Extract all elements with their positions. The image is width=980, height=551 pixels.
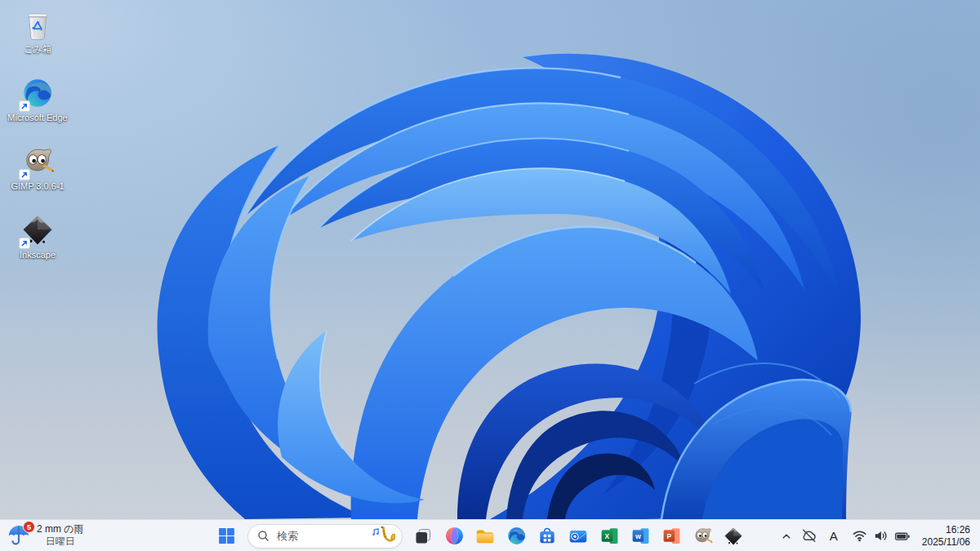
desktop-icon-label: Microsoft Edge (7, 113, 67, 123)
search-highlight-saxophone-icon[interactable] (371, 526, 395, 547)
microsoft-store-icon (537, 526, 558, 547)
weather-day-text: 日曜日 (37, 535, 84, 548)
taskbar-app-copilot[interactable] (439, 522, 470, 551)
tray-time: 16:26 (946, 524, 970, 536)
windows-11-desktop: ごみ箱 Microsoft Edge GIMP 3.0.6-1 Inkscape (0, 0, 980, 551)
svg-text:X: X (604, 532, 609, 540)
start-button[interactable] (210, 522, 243, 551)
search-icon (256, 529, 270, 543)
chevron-up-icon (778, 528, 795, 544)
shortcut-arrow-icon (19, 100, 30, 112)
onedrive-status-button[interactable] (797, 522, 822, 550)
onedrive-paused-icon (800, 527, 817, 544)
taskbar-app-gimp[interactable] (687, 522, 718, 551)
taskbar-app-task-view[interactable] (408, 522, 439, 551)
clock-date-button[interactable]: 16:26 2025/11/06 (916, 522, 978, 550)
tray-date: 2025/11/06 (922, 536, 970, 549)
hidden-icons-button[interactable] (776, 522, 797, 550)
desktop-icon-microsoft-edge[interactable]: Microsoft Edge (5, 75, 70, 123)
desktop-icon-recycle-bin[interactable]: ごみ箱 (5, 7, 70, 55)
copilot-icon (444, 526, 465, 546)
weather-precipitation-text: 2 mm の雨 (37, 523, 84, 535)
taskbar-app-edge[interactable] (501, 522, 532, 551)
shortcut-arrow-icon (19, 169, 30, 180)
taskbar-app-excel[interactable]: X (594, 522, 625, 551)
taskbar-app-powerpoint[interactable]: P (656, 522, 687, 551)
battery-icon (894, 528, 911, 544)
desktop-icon-gimp[interactable]: GIMP 3.0.6-1 (5, 144, 70, 192)
search-placeholder: 検索 (277, 529, 371, 544)
widgets-notification-badge: 5 (23, 521, 35, 533)
powerpoint-icon: P (662, 526, 682, 546)
windows-logo-icon (217, 527, 236, 545)
taskbar: 5 2 mm の雨 日曜日 検索 (0, 519, 980, 551)
taskbar-app-outlook[interactable] (563, 522, 594, 551)
svg-text:P: P (666, 532, 671, 540)
desktop-icon-label: ごみ箱 (24, 44, 51, 55)
gimp-icon (692, 526, 713, 547)
ime-mode-letter: A (830, 529, 838, 543)
svg-text:W: W (635, 533, 640, 540)
recycle-bin-icon (20, 7, 55, 42)
taskbar-app-file-explorer[interactable] (470, 522, 501, 551)
system-tray: A 16:26 2025/11/06 (776, 521, 978, 551)
network-volume-battery-button[interactable] (846, 522, 916, 550)
inkscape-icon (724, 527, 743, 546)
taskbar-app-inkscape[interactable] (718, 522, 749, 551)
search-box[interactable]: 検索 (247, 524, 403, 549)
excel-icon: X (599, 526, 620, 546)
desktop-icon-inkscape[interactable]: Inkscape (5, 212, 70, 260)
taskbar-app-microsoft-store[interactable] (532, 522, 563, 551)
bloom-wallpaper (0, 0, 980, 519)
taskbar-app-word[interactable]: W (625, 522, 656, 551)
wifi-icon (852, 528, 867, 544)
desktop-icon-list: ごみ箱 Microsoft Edge GIMP 3.0.6-1 Inkscape (5, 7, 70, 281)
ime-mode-button[interactable]: A (822, 522, 846, 550)
desktop-icon-label: GIMP 3.0.6-1 (11, 181, 64, 192)
shortcut-arrow-icon (19, 238, 30, 249)
edge-icon (506, 526, 527, 546)
desktop-icon-label: Inkscape (20, 250, 56, 260)
volume-icon (873, 528, 889, 544)
taskbar-center-group: 検索 X W (210, 521, 749, 551)
widgets-weather-button[interactable]: 5 2 mm の雨 日曜日 (2, 521, 92, 550)
outlook-icon (568, 526, 589, 547)
file-explorer-icon (474, 526, 496, 547)
word-icon: W (630, 526, 651, 546)
task-view-icon (413, 527, 433, 546)
